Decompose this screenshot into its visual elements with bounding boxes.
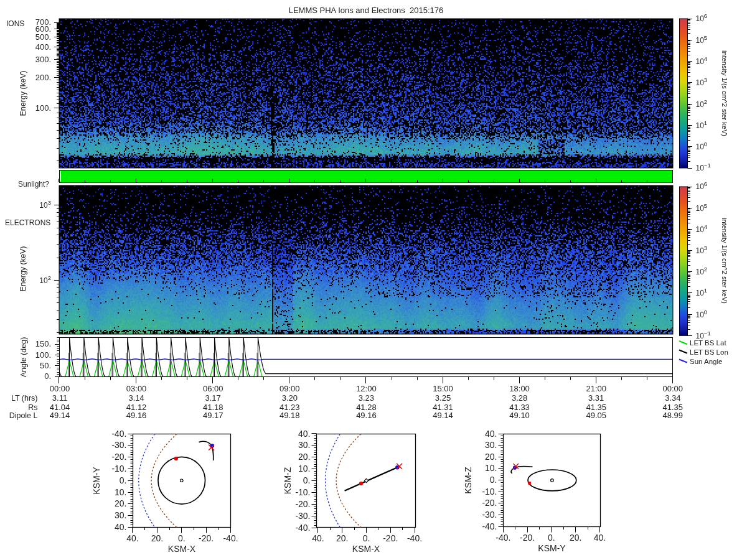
svg-text:20.: 20.: [570, 533, 581, 543]
svg-text:50.: 50.: [40, 361, 51, 370]
svg-text:Energy (keV): Energy (keV): [19, 71, 27, 116]
svg-text:0.: 0.: [490, 475, 497, 485]
svg-text:400.: 400.: [35, 42, 51, 52]
svg-text:0.: 0.: [44, 371, 51, 381]
svg-text:10.: 10.: [485, 463, 497, 473]
svg-text:Sunlight?: Sunlight?: [18, 180, 49, 189]
svg-text:10.: 10.: [298, 464, 310, 474]
svg-text:3.34: 3.34: [665, 393, 680, 403]
svg-text:21:00: 21:00: [586, 384, 606, 393]
svg-text:100: 100: [696, 141, 708, 151]
svg-text:-40.: -40.: [111, 429, 126, 439]
svg-text:105: 105: [696, 202, 708, 213]
svg-text:3.28: 3.28: [512, 393, 527, 403]
svg-text:300.: 300.: [35, 55, 51, 64]
svg-text:103: 103: [39, 199, 51, 210]
svg-text:40.: 40.: [485, 429, 497, 439]
svg-text:-20.: -20.: [520, 533, 535, 543]
svg-text:0.: 0.: [120, 475, 127, 485]
svg-text:150.: 150.: [35, 339, 51, 348]
svg-text:106: 106: [696, 180, 708, 191]
svg-text:-10.: -10.: [482, 487, 497, 497]
svg-text:104: 104: [696, 55, 708, 66]
svg-text:15:00: 15:00: [433, 384, 453, 393]
svg-text:102: 102: [696, 266, 708, 276]
svg-text:40.: 40.: [126, 533, 138, 543]
svg-text:3.25: 3.25: [435, 393, 451, 403]
svg-text:49.14: 49.14: [50, 411, 70, 420]
svg-text:intensity 1/(s cm^2 ster keV): intensity 1/(s cm^2 ster keV): [721, 218, 728, 304]
svg-text:40.: 40.: [594, 533, 606, 543]
svg-text:Energy (keV): Energy (keV): [19, 246, 27, 292]
svg-text:102: 102: [39, 274, 51, 285]
svg-text:101: 101: [696, 119, 708, 130]
svg-text:00:00: 00:00: [663, 384, 684, 393]
svg-text:103: 103: [696, 245, 708, 255]
svg-text:LET BS Lat: LET BS Lat: [690, 339, 726, 347]
svg-text:-30.: -30.: [111, 440, 126, 450]
svg-text:40.: 40.: [115, 522, 126, 532]
svg-text:3.23: 3.23: [359, 393, 374, 403]
svg-text:-20.: -20.: [111, 452, 126, 462]
svg-text:30.: 30.: [485, 440, 497, 450]
svg-text:KSM-Y: KSM-Y: [92, 467, 101, 495]
svg-text:20.: 20.: [485, 452, 497, 462]
svg-text:03:00: 03:00: [126, 384, 147, 393]
svg-text:3.14: 3.14: [128, 393, 144, 403]
svg-text:LET BS Lon: LET BS Lon: [690, 348, 728, 356]
svg-text:-20.: -20.: [295, 499, 310, 509]
svg-text:20.: 20.: [336, 533, 348, 543]
svg-text:intensity 1/(s cm^2 ster keV): intensity 1/(s cm^2 ster keV): [721, 50, 728, 136]
svg-text:IONS: IONS: [6, 19, 24, 28]
svg-text:200.: 200.: [35, 73, 51, 82]
svg-text:LT (hrs): LT (hrs): [11, 394, 38, 403]
svg-text:49.14: 49.14: [433, 411, 453, 420]
svg-text:-20.: -20.: [482, 498, 497, 508]
svg-text:-40.: -40.: [496, 533, 510, 543]
svg-text:49.10: 49.10: [509, 411, 530, 420]
svg-text:0.: 0.: [363, 533, 370, 543]
svg-text:49.05: 49.05: [586, 411, 606, 420]
svg-text:20.: 20.: [298, 452, 310, 462]
svg-text:106: 106: [696, 12, 708, 23]
svg-text:-30.: -30.: [295, 511, 310, 521]
svg-text:49.16: 49.16: [126, 411, 147, 420]
svg-text:Angle (deg): Angle (deg): [19, 337, 28, 378]
svg-text:40.: 40.: [298, 429, 310, 439]
svg-text:-10.: -10.: [111, 464, 126, 474]
svg-text:ELECTRONS: ELECTRONS: [5, 218, 50, 227]
svg-text:20.: 20.: [151, 533, 163, 543]
svg-text:30.: 30.: [298, 440, 310, 450]
svg-text:3.20: 3.20: [282, 393, 298, 403]
svg-text:KSM-X: KSM-X: [352, 544, 380, 554]
svg-text:49.18: 49.18: [280, 411, 300, 420]
svg-text:3.17: 3.17: [205, 393, 221, 403]
svg-text:0.: 0.: [548, 533, 555, 543]
svg-text:KSM-Z: KSM-Z: [463, 467, 473, 494]
svg-text:3.31: 3.31: [588, 393, 604, 403]
svg-text:105: 105: [696, 34, 708, 45]
svg-text:Dipole L: Dipole L: [9, 411, 38, 420]
svg-text:10−1: 10−1: [696, 162, 711, 172]
svg-text:40.: 40.: [312, 533, 324, 543]
svg-text:-40.: -40.: [407, 533, 422, 543]
svg-text:49.17: 49.17: [203, 411, 223, 420]
svg-text:18:00: 18:00: [509, 384, 530, 393]
svg-text:09:00: 09:00: [280, 384, 300, 393]
svg-text:-40.: -40.: [223, 533, 238, 543]
svg-text:0.: 0.: [178, 533, 186, 543]
svg-text:KSM-Z: KSM-Z: [283, 467, 293, 494]
svg-text:20.: 20.: [115, 498, 126, 508]
svg-text:3.11: 3.11: [52, 393, 67, 403]
svg-text:49.16: 49.16: [356, 411, 377, 420]
svg-text:-20.: -20.: [383, 533, 398, 543]
svg-text:10.: 10.: [115, 487, 126, 497]
svg-text:103: 103: [696, 77, 708, 87]
svg-text:-30.: -30.: [482, 510, 497, 520]
svg-text:700.: 700.: [35, 17, 51, 27]
svg-text:-40.: -40.: [295, 523, 310, 533]
svg-text:100.: 100.: [35, 103, 51, 113]
svg-text:-10.: -10.: [295, 487, 310, 497]
svg-text:12:00: 12:00: [356, 384, 377, 393]
svg-text:Sun Angle: Sun Angle: [690, 358, 722, 365]
